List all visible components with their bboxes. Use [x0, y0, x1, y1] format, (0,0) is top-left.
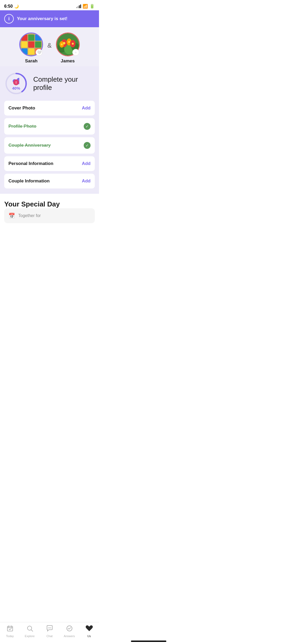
battery-icon: 🔋 — [89, 4, 95, 9]
status-bar: 6:50 🌙 📶 🔋 — [0, 0, 99, 10]
cover-photo-item[interactable]: Cover Photo Add — [4, 101, 95, 116]
person-1-name: Sarah — [25, 58, 37, 64]
complete-profile-title: Complete yourprofile — [33, 75, 78, 92]
svg-rect-7 — [21, 48, 27, 54]
profile-couple-section: 🤍 Sarah & — [0, 27, 99, 66]
avatar-wrapper-2[interactable]: ○ — [56, 33, 80, 56]
wifi-icon: 📶 — [83, 4, 88, 9]
warning-badge: ! — [13, 80, 19, 85]
signal-icon — [76, 4, 81, 8]
profile-person-1[interactable]: 🤍 Sarah — [19, 33, 43, 64]
special-day-section: Your Special Day 📅 Together for — [0, 194, 99, 226]
avatar-wrapper-1[interactable]: 🤍 — [19, 33, 43, 56]
moon-icon: 🌙 — [14, 4, 19, 8]
personal-info-add[interactable]: Add — [82, 161, 91, 166]
profile-photo-label: Profile Photo — [8, 124, 36, 129]
couple-separator: & — [47, 42, 51, 49]
personal-info-label: Personal Information — [8, 161, 53, 166]
svg-rect-6 — [35, 42, 41, 48]
couple-info-label: Couple Information — [8, 178, 50, 184]
profile-person-2[interactable]: ○ James — [56, 33, 80, 64]
couple-anniversary-item: Couple Anniversary ✓ — [4, 137, 95, 154]
personal-info-item[interactable]: Personal Information Add — [4, 156, 95, 171]
svg-point-18 — [63, 42, 65, 44]
complete-profile-section: ! 40% Complete yourprofile Cover Photo A… — [0, 66, 99, 194]
status-time: 6:50 — [4, 4, 13, 9]
notification-message: Your anniversary is set! — [17, 16, 68, 21]
couple-info-add[interactable]: Add — [82, 178, 91, 184]
svg-point-19 — [68, 41, 70, 43]
couple-anniversary-check: ✓ — [84, 142, 91, 149]
profile-photo-check: ✓ — [84, 123, 91, 130]
profile-items-list: Cover Photo Add Profile Photo ✓ Couple A… — [4, 101, 95, 188]
svg-rect-8 — [28, 48, 34, 54]
svg-rect-4 — [21, 42, 27, 48]
special-day-title: Your Special Day — [4, 200, 60, 208]
svg-rect-2 — [28, 35, 34, 41]
progress-circle: ! 40% — [4, 72, 28, 95]
svg-point-20 — [72, 43, 73, 44]
couple-anniversary-label: Couple Anniversary — [8, 143, 51, 148]
progress-card: ! 40% Complete yourprofile Cover Photo A… — [4, 72, 95, 188]
notification-info-icon: i — [4, 14, 14, 24]
svg-rect-3 — [35, 35, 41, 41]
avatar-badge-2[interactable]: ○ — [72, 49, 79, 56]
together-label: Together for — [18, 213, 41, 218]
notification-banner: i Your anniversary is set! — [0, 10, 99, 27]
progress-percent: 40% — [12, 86, 20, 90]
profile-photo-item: Profile Photo ✓ — [4, 118, 95, 135]
cover-photo-add[interactable]: Add — [82, 105, 91, 111]
status-icons: 📶 🔋 — [76, 4, 95, 9]
together-card: 📅 Together for — [4, 208, 95, 223]
svg-rect-5 — [28, 42, 34, 48]
progress-header: ! 40% Complete yourprofile — [4, 72, 95, 95]
avatar-badge-1[interactable]: 🤍 — [36, 49, 43, 56]
progress-inner: ! 40% — [12, 77, 20, 90]
couple-info-item[interactable]: Couple Information Add — [4, 174, 95, 188]
svg-point-21 — [60, 43, 62, 45]
person-2-name: James — [61, 58, 75, 64]
svg-rect-1 — [21, 35, 27, 41]
cover-photo-label: Cover Photo — [8, 105, 35, 111]
